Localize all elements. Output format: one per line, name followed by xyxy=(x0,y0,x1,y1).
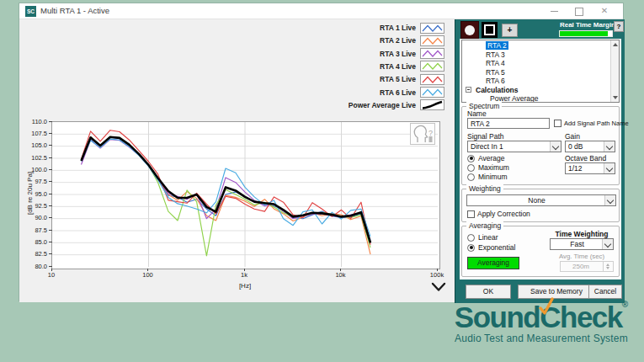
record-button[interactable] xyxy=(460,21,479,39)
legend-item-rta-5[interactable]: RTA 5 Live xyxy=(380,73,444,85)
tree-item-label: RTA 5 xyxy=(486,68,505,77)
tree-item-rta-5[interactable]: RTA 5 xyxy=(462,68,619,77)
averaging-indicator-button[interactable]: Averaging xyxy=(467,257,519,269)
expand-chevron-icon[interactable] xyxy=(431,280,446,290)
x-tick-mark xyxy=(340,269,341,271)
weighting-select[interactable]: None xyxy=(466,194,616,206)
plot-area xyxy=(51,121,440,269)
close-button[interactable]: ✕ xyxy=(598,5,611,17)
octave-band-label: Octave Band xyxy=(565,154,606,162)
tree-scrollbar[interactable] xyxy=(610,40,619,102)
checkbox-icon xyxy=(554,120,562,127)
spectrum-group: Spectrum Name RTA 2 Add Signal Path Name… xyxy=(461,106,620,185)
collapse-expander-icon[interactable] xyxy=(466,87,471,93)
signal-path-select[interactable]: Direct In 1 xyxy=(467,141,562,152)
y-tick-label: 87.5 xyxy=(19,226,47,234)
record-icon xyxy=(465,25,475,35)
chevron-down-icon[interactable] xyxy=(604,141,615,152)
checkbox-icon xyxy=(467,210,475,218)
gain-label: Gain xyxy=(565,132,580,141)
svg-text:?: ? xyxy=(428,129,433,137)
legend-item-rta-2[interactable]: RTA 2 Live xyxy=(380,35,444,46)
tree-item-rta-3[interactable]: RTA 3 xyxy=(462,51,619,60)
tree-item-label: Calculations xyxy=(476,86,519,94)
multi-rta-window: SC Multi RTA 1 - Active ✕ RTA 1 LiveRTA … xyxy=(19,3,624,301)
window-title: Multi RTA 1 - Active xyxy=(40,6,109,15)
legend-item-rta-6[interactable]: RTA 6 Live xyxy=(380,87,444,98)
chevron-down-icon[interactable] xyxy=(602,239,613,249)
real-time-margin-bar xyxy=(559,30,613,37)
chevron-down-icon[interactable] xyxy=(604,163,615,173)
y-tick-mark xyxy=(49,217,52,218)
y-tick-mark xyxy=(49,266,52,267)
x-tick-mark xyxy=(51,269,52,271)
mode-radio-minimum[interactable]: Minimum xyxy=(467,173,507,181)
radio-label: Maximum xyxy=(478,163,509,172)
x-axis-label: [Hz] xyxy=(220,282,270,290)
legend-swatch-icon xyxy=(420,61,444,72)
radio-icon xyxy=(467,244,475,252)
y-tick-mark xyxy=(49,242,52,242)
tree-item-rta-2[interactable]: RTA 2 xyxy=(462,41,619,51)
panel-content: RTA 2RTA 3RTA 4RTA 5RTA 6CalculationsPow… xyxy=(460,39,621,279)
y-tick-label: 107.5 xyxy=(19,130,47,137)
y-tick-label: 110.0 xyxy=(19,118,47,125)
legend-swatch-icon xyxy=(420,48,444,59)
x-tick-mark xyxy=(147,269,148,271)
apply-correction-checkbox[interactable]: Apply Correction xyxy=(467,210,530,218)
scroll-down-icon[interactable] xyxy=(613,96,618,99)
minimize-button[interactable] xyxy=(547,5,561,17)
x-tick-label: 1k xyxy=(241,271,247,279)
chevron-down-icon[interactable] xyxy=(550,141,561,152)
y-tick-label: 100.0 xyxy=(19,166,47,173)
legend-item-power-average[interactable]: Power Average Live xyxy=(349,99,444,111)
time-weighting-select[interactable]: Fast xyxy=(550,238,614,250)
legend-swatch-icon xyxy=(420,74,444,85)
tree-item-rta-6[interactable]: RTA 6 xyxy=(462,77,619,86)
add-signal-path-checkbox[interactable]: Add Signal Path Name xyxy=(554,120,629,127)
gain-select[interactable]: 0 dB xyxy=(565,141,615,152)
listening-head-icon[interactable]: ? xyxy=(410,123,435,145)
y-tick-mark xyxy=(49,230,52,231)
legend-swatch-icon xyxy=(420,99,444,110)
rta-spectrum-plot xyxy=(52,122,438,267)
legend-label: Power Average Live xyxy=(349,101,416,109)
mode-radio-average[interactable]: Average xyxy=(467,154,505,162)
maximize-button[interactable] xyxy=(572,5,586,17)
legend-item-rta-4[interactable]: RTA 4 Live xyxy=(380,61,444,72)
legend-label: RTA 1 Live xyxy=(380,24,416,32)
legend-label: RTA 6 Live xyxy=(380,88,416,97)
spinner-arrows-icon[interactable] xyxy=(603,262,613,271)
name-input[interactable]: RTA 2 xyxy=(467,118,550,129)
averaging-radio-exponential[interactable]: Exponential xyxy=(467,243,515,252)
octave-band-select[interactable]: 1/12 xyxy=(565,162,615,174)
radio-label: Minimum xyxy=(478,173,507,181)
averaging-radio-linear[interactable]: Linear xyxy=(467,233,498,242)
stop-button[interactable] xyxy=(482,22,498,38)
add-button[interactable]: + xyxy=(502,24,518,37)
tree-item-label: RTA 2 xyxy=(486,41,508,50)
avg-time-spinner[interactable]: 250m xyxy=(560,261,614,272)
legend-label: RTA 5 Live xyxy=(380,75,416,83)
chart-region: RTA 1 LiveRTA 2 LiveRTA 3 LiveRTA 4 Live… xyxy=(19,19,455,302)
settings-panel: + Real Time Margin ? RTA 2RTA 3RTA 4RTA … xyxy=(455,19,625,303)
tree-item-calculations[interactable]: Calculations xyxy=(462,86,619,95)
x-tick-mark xyxy=(437,269,438,271)
help-button[interactable]: ? xyxy=(614,21,624,32)
cancel-button[interactable]: Cancel xyxy=(588,285,622,299)
save-to-memory-button[interactable]: Save to Memory xyxy=(518,285,595,299)
radio-label: Linear xyxy=(478,233,498,242)
legend-item-rta-1[interactable]: RTA 1 Live xyxy=(380,22,444,34)
tree-item-label: RTA 3 xyxy=(486,51,505,59)
radio-icon xyxy=(467,173,475,181)
ok-button[interactable]: OK xyxy=(466,285,511,299)
mode-radio-maximum[interactable]: Maximum xyxy=(467,163,509,172)
tree-item-rta-4[interactable]: RTA 4 xyxy=(462,59,619,68)
x-tick-label: 10k xyxy=(335,271,345,279)
chevron-down-icon[interactable] xyxy=(604,195,615,205)
legend-item-rta-3[interactable]: RTA 3 Live xyxy=(380,48,444,60)
scroll-up-icon[interactable] xyxy=(613,43,618,46)
y-tick-mark xyxy=(49,157,52,158)
legend-swatch-icon xyxy=(420,87,444,98)
y-tick-mark xyxy=(49,253,52,254)
